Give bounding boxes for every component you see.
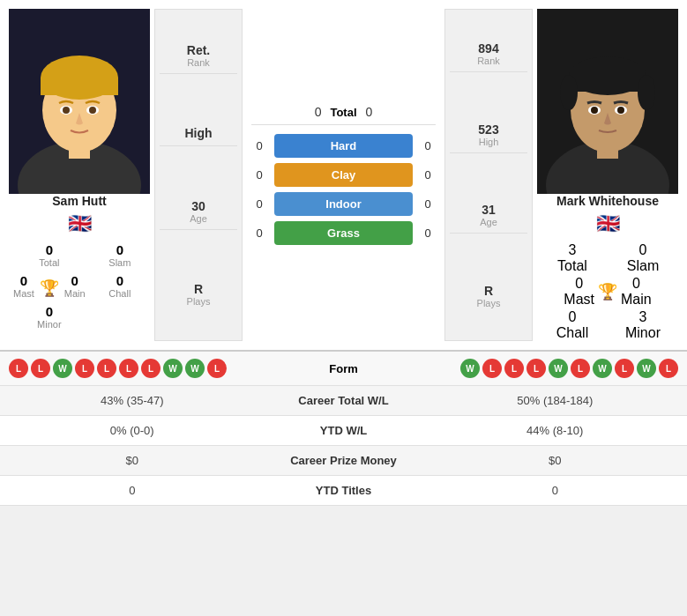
left-prize: $0 — [9, 454, 256, 467]
right-slam-stat: 0 Slam — [612, 242, 674, 274]
form-badge: L — [526, 359, 546, 378]
left-mast-label: Mast — [13, 288, 34, 299]
left-player-flag: 🇬🇧 — [68, 212, 92, 235]
right-slam-value: 0 — [639, 242, 647, 258]
left-minor-value: 0 — [46, 304, 53, 319]
clay-row: 0 Clay 0 — [251, 163, 436, 187]
right-mast-stat: 0 Mast 🏆 0 Main — [541, 276, 674, 308]
svg-point-17 — [638, 75, 655, 110]
right-player-name: Mark Whitehouse — [556, 194, 659, 208]
right-plays-label: Plays — [450, 298, 527, 308]
career-wl-row: 43% (35-47) Career Total W/L 50% (184-18… — [0, 386, 687, 416]
form-badge: L — [97, 359, 116, 378]
indoor-row: 0 Indoor 0 — [251, 192, 436, 216]
grass-left: 0 — [251, 226, 267, 240]
total-row: 0 Total 0 — [251, 105, 436, 125]
left-trophy-icon: 🏆 — [40, 278, 59, 298]
left-chall-value: 0 — [116, 273, 123, 288]
right-high-label: High — [450, 137, 527, 147]
svg-point-21 — [617, 107, 624, 114]
right-plays-value: R — [450, 284, 527, 298]
svg-rect-15 — [569, 76, 646, 92]
right-rank-value: 894 — [450, 41, 527, 56]
left-rank-label: Rank — [160, 57, 237, 68]
right-high-value: 523 — [450, 122, 527, 137]
right-prize: $0 — [432, 454, 679, 467]
form-badge: L — [9, 359, 28, 378]
left-plays-value: R — [160, 282, 237, 296]
left-form-badges: LLWLLLLWWL — [9, 359, 282, 378]
left-age-item: 30 Age — [160, 194, 237, 230]
right-plays-item: R Plays — [450, 278, 527, 314]
clay-left: 0 — [251, 168, 267, 182]
form-badge: L — [571, 359, 590, 378]
left-slam-stat: 0 Slam — [94, 242, 146, 271]
form-badge: L — [31, 359, 50, 378]
right-player-flag: 🇬🇧 — [596, 212, 620, 235]
left-titles: 0 — [9, 484, 256, 497]
form-badge: L — [207, 359, 227, 378]
form-badge: L — [75, 359, 94, 378]
right-minor-value: 3 — [639, 309, 647, 325]
form-badge: W — [185, 359, 205, 378]
right-ytd-wl: 44% (8-10) — [432, 424, 679, 437]
right-chall-value: 0 — [569, 309, 577, 325]
main-container: Sam Hutt 🇬🇧 0 Total 0 Slam 0 Mast 🏆 — [0, 0, 687, 506]
left-main-value: 0 — [64, 273, 86, 288]
form-label: Form — [282, 362, 406, 375]
svg-point-8 — [63, 107, 70, 114]
form-badge: W — [637, 359, 656, 378]
form-badge: L — [482, 359, 502, 378]
form-badge: L — [504, 359, 524, 378]
right-main-label: Main — [621, 292, 652, 308]
grass-button[interactable]: Grass — [274, 221, 413, 245]
left-total-value: 0 — [46, 242, 53, 257]
left-total-stat: 0 Total — [13, 242, 86, 271]
right-main-value: 0 — [621, 276, 652, 292]
right-player-block: Mark Whitehouse 🇬🇧 3 Total 0 Slam 0 Mast… — [537, 9, 678, 341]
form-badge: L — [615, 359, 634, 378]
clay-button[interactable]: Clay — [274, 163, 413, 187]
left-slam-label: Slam — [108, 257, 131, 268]
svg-point-9 — [89, 107, 96, 114]
left-age-label: Age — [160, 213, 237, 224]
left-minor-label: Minor — [37, 319, 62, 330]
prize-label: Career Prize Money — [256, 454, 432, 467]
left-mast-stat: 0 Mast 🏆 0 Main — [13, 273, 86, 302]
form-badge: W — [549, 359, 568, 378]
grass-row: 0 Grass 0 — [251, 221, 436, 245]
indoor-button[interactable]: Indoor — [274, 192, 413, 216]
right-rank-label: Rank — [450, 56, 527, 66]
right-chall-stat: 0 Chall — [541, 309, 603, 341]
left-slam-value: 0 — [116, 242, 123, 257]
left-mast-value: 0 — [13, 273, 34, 288]
hard-right: 0 — [420, 139, 436, 152]
total-right-score: 0 — [366, 105, 373, 119]
right-minor-stat: 3 Minor — [612, 309, 674, 341]
surface-panel: 0 Total 0 0 Hard 0 0 Clay 0 0 Indoor 0 0 — [247, 9, 440, 341]
hard-row: 0 Hard 0 — [251, 134, 436, 158]
form-row: LLWLLLLWWL Form WLLLWLWLWL — [0, 352, 687, 386]
titles-row: 0 YTD Titles 0 — [0, 476, 687, 506]
right-mast-label: Mast — [564, 292, 594, 308]
form-badge: W — [53, 359, 72, 378]
right-age-label: Age — [450, 217, 527, 227]
total-label: Total — [330, 106, 356, 119]
left-rank-item: Ret. Rank — [160, 38, 237, 74]
left-player-svg — [9, 9, 150, 194]
form-badge: W — [163, 359, 183, 378]
form-badge: L — [659, 359, 678, 378]
left-high-value: High — [160, 126, 237, 140]
left-chall-stat: 0 Chall — [94, 273, 146, 302]
right-player-photo — [537, 9, 678, 194]
right-total-label: Total — [557, 258, 587, 274]
hard-button[interactable]: Hard — [274, 134, 413, 158]
right-career-wl: 50% (184-184) — [432, 394, 679, 407]
indoor-left: 0 — [251, 197, 267, 211]
right-minor-label: Minor — [625, 325, 661, 341]
left-player-stats: 0 Total 0 Slam 0 Mast 🏆 0 Main — [13, 242, 146, 333]
left-plays-item: R Plays — [160, 277, 237, 312]
right-high-item: 523 High — [450, 117, 527, 153]
grass-right: 0 — [420, 226, 436, 240]
player-comparison: Sam Hutt 🇬🇧 0 Total 0 Slam 0 Mast 🏆 — [0, 0, 687, 350]
